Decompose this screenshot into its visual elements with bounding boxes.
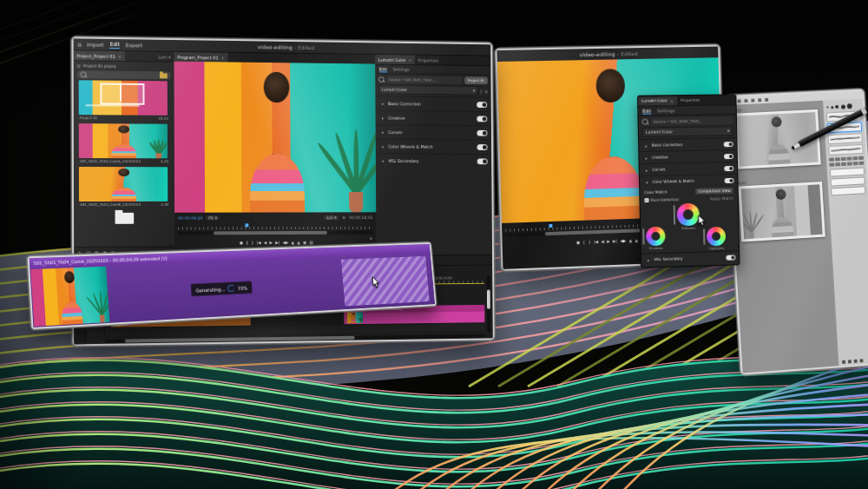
- color-wheel-shadows[interactable]: [646, 227, 665, 247]
- transport-icon-9[interactable]: ▲: [635, 240, 638, 244]
- section-curves[interactable]: ▸Curves: [376, 124, 491, 139]
- apply-match-button[interactable]: Apply Match: [710, 196, 733, 202]
- playhead[interactable]: [549, 224, 552, 228]
- monitor-scrollbar[interactable]: [178, 231, 373, 235]
- transport-icon-8[interactable]: ▲: [292, 241, 294, 246]
- brush-dot[interactable]: [826, 106, 828, 108]
- swatch[interactable]: [835, 162, 840, 166]
- search-input[interactable]: [89, 75, 158, 76]
- transport-icon-6[interactable]: ▶|: [275, 241, 279, 246]
- bin-item-thumbnail[interactable]: [79, 123, 168, 158]
- transport-icon-11[interactable]: ▤: [309, 241, 312, 246]
- section-color-wheels-match[interactable]: ▸Color Wheels & Match: [376, 139, 491, 154]
- swatch[interactable]: [841, 162, 846, 165]
- swatch[interactable]: [835, 157, 840, 161]
- comparison-view-button[interactable]: Comparison View: [695, 188, 733, 195]
- subtab-settings[interactable]: Settings: [657, 108, 675, 113]
- section-hsl-secondary[interactable]: ▸HSL Secondary: [376, 153, 491, 168]
- close-icon[interactable]: ×: [408, 57, 411, 63]
- section-toggle[interactable]: [725, 177, 734, 182]
- section-toggle[interactable]: [724, 154, 733, 159]
- timeline-vscrollbar[interactable]: [487, 275, 490, 333]
- section-toggle[interactable]: [477, 158, 488, 164]
- playback-resolution-dropdown[interactable]: 1/2▾: [324, 215, 339, 220]
- wheel-slider[interactable]: [703, 229, 705, 245]
- section-basic-correction[interactable]: ▸Basic Correction: [375, 96, 490, 111]
- section-toggle[interactable]: [477, 129, 487, 135]
- transport-icon-7[interactable]: ◀▶: [620, 240, 626, 244]
- section-toggle[interactable]: [477, 144, 488, 150]
- close-icon[interactable]: ×: [220, 55, 224, 60]
- layer-item[interactable]: [830, 176, 865, 186]
- transport-icon-3[interactable]: |◀: [257, 241, 261, 246]
- tab-program[interactable]: Program_Project 01×: [174, 52, 227, 63]
- transport-icon-1[interactable]: {: [582, 241, 585, 246]
- subtab-edit[interactable]: Edit: [379, 66, 387, 72]
- transport-icon-4[interactable]: ◀: [601, 241, 604, 245]
- playhead[interactable]: [245, 223, 248, 227]
- color-wheel-midtones[interactable]: [677, 203, 700, 227]
- subtab-settings[interactable]: Settings: [392, 67, 409, 72]
- section-toggle[interactable]: [477, 116, 487, 122]
- compare-icon[interactable]: ◎: [484, 88, 488, 93]
- subtab-edit[interactable]: Edit: [642, 108, 651, 114]
- toolbar-icon[interactable]: [751, 98, 754, 102]
- swatch[interactable]: [847, 162, 852, 165]
- bin-footer-icon-1[interactable]: ▤: [86, 249, 90, 254]
- effect-dropdown[interactable]: Lumetri Color▾: [642, 126, 733, 137]
- toolbar-icon[interactable]: [758, 98, 761, 102]
- bin-item-thumbnail[interactable]: [79, 80, 168, 116]
- tab-properties[interactable]: Properties: [677, 98, 703, 102]
- toolbar-icon[interactable]: [744, 98, 747, 102]
- swatch[interactable]: [829, 162, 834, 166]
- transport-icon-5[interactable]: ▶: [270, 241, 273, 246]
- transport-icon-7[interactable]: ◀▶: [283, 241, 289, 246]
- section-toggle[interactable]: [724, 142, 733, 147]
- add-button[interactable]: +: [369, 235, 373, 241]
- brush-dot[interactable]: [831, 106, 833, 109]
- face-detection-checkbox[interactable]: ✓Face Detection: [644, 197, 679, 202]
- project-file-row[interactable]: ▤Project 01.prproj: [74, 61, 174, 70]
- bin-footer-icon-4[interactable]: ▣: [111, 249, 115, 254]
- close-icon[interactable]: ×: [118, 53, 122, 58]
- transport-icon-0[interactable]: ●: [240, 241, 243, 246]
- tab-properties[interactable]: Properties: [415, 57, 442, 63]
- bin-footer-icon-2[interactable]: ▦: [95, 249, 99, 254]
- monitor-scrub-ruler[interactable]: [178, 223, 373, 230]
- bin-footer-icon-3[interactable]: ●: [102, 249, 106, 254]
- preset-button[interactable]: Project 01: [464, 76, 488, 84]
- footer-icon[interactable]: [842, 360, 845, 364]
- transport-icon-3[interactable]: |◀: [594, 241, 598, 245]
- transport-icon-2[interactable]: }: [589, 241, 591, 245]
- brush-stroke-preset[interactable]: [827, 133, 862, 144]
- tab-lumetri-color[interactable]: Lumetri Color×: [375, 55, 415, 64]
- swatch[interactable]: [829, 158, 834, 162]
- swatch[interactable]: [853, 162, 858, 165]
- transport-icon-4[interactable]: ◀: [264, 241, 266, 246]
- swatch[interactable]: [858, 156, 864, 160]
- zoom-level-dropdown[interactable]: Fit▾: [206, 216, 220, 221]
- transport-icon-10[interactable]: ▣: [303, 241, 306, 246]
- fx-icon[interactable]: ƒ: [481, 88, 483, 93]
- folder-icon[interactable]: [160, 73, 168, 78]
- section-toggle[interactable]: [477, 102, 487, 108]
- effect-dropdown[interactable]: Lumetri Color▾: [378, 85, 478, 96]
- storyboard-frame[interactable]: [739, 182, 825, 241]
- new-bin-folder-icon[interactable]: [115, 213, 135, 224]
- close-icon[interactable]: ×: [670, 98, 674, 103]
- bin-item-thumbnail[interactable]: [79, 167, 168, 202]
- brush-stroke-preset[interactable]: [828, 144, 863, 155]
- brush-dot[interactable]: [840, 104, 845, 109]
- transport-icon-6[interactable]: ▶|: [613, 240, 617, 244]
- transport-icon-9[interactable]: ▲: [297, 241, 299, 246]
- section-creative[interactable]: ▸Creative: [376, 110, 491, 125]
- transport-icon-2[interactable]: }: [251, 241, 253, 246]
- source-clip-label[interactable]: Source • S01_Sh01_Tk04_: [651, 116, 733, 125]
- swatch[interactable]: [841, 157, 846, 161]
- swatch[interactable]: [859, 161, 865, 164]
- tab-overflow[interactable]: Lum ▾: [155, 54, 174, 59]
- wheel-slider[interactable]: [674, 205, 675, 224]
- layer-item[interactable]: [831, 186, 865, 195]
- transport-icon-0[interactable]: ●: [576, 241, 580, 246]
- color-wheel-highlights[interactable]: [707, 227, 726, 247]
